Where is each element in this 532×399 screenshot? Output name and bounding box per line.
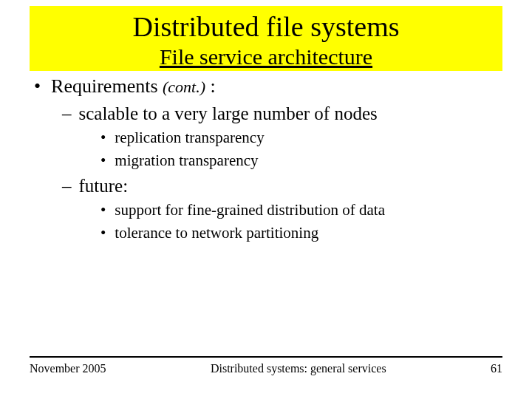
b3-text: migration transparency — [115, 151, 258, 170]
footer-row: November 2005 Distributed systems: gener… — [30, 362, 502, 375]
footer-divider — [30, 356, 502, 358]
bullet-dot-icon: • — [100, 224, 106, 242]
content-area: • Requirements (cont.) : – scalable to a… — [0, 71, 532, 242]
slide: Distributed file systems File service ar… — [0, 6, 532, 399]
b1-label: Requirements — [51, 75, 157, 97]
dash-icon: – — [62, 103, 72, 124]
b3-text: tolerance to network partitioning — [115, 224, 318, 242]
b2-text: scalable to a very large number of nodes — [79, 103, 378, 124]
bullet-level3: • migration transparency — [100, 151, 502, 170]
bullet-level2: – scalable to a very large number of nod… — [62, 103, 502, 124]
bullet-level2: – future: — [62, 176, 502, 197]
footer-center: Distributed systems: general services — [106, 362, 491, 375]
footer-page: 61 — [491, 362, 502, 375]
footer-date: November 2005 — [30, 362, 106, 375]
bullet-dot-icon: • — [34, 75, 41, 98]
b1-note: (cont.) — [163, 78, 205, 96]
bullet-dot-icon: • — [100, 151, 106, 170]
footer: November 2005 Distributed systems: gener… — [30, 356, 502, 375]
bullet-dot-icon: • — [100, 129, 106, 147]
bullet-level3: • support for fine-grained distribution … — [100, 201, 502, 219]
b1-colon: : — [205, 75, 216, 97]
b3-text: replication transparency — [115, 129, 264, 147]
b1-text: Requirements (cont.) : — [51, 75, 216, 98]
b2-text: future: — [79, 176, 129, 197]
dash-icon: – — [62, 176, 72, 197]
title-block: Distributed file systems File service ar… — [30, 6, 502, 71]
slide-title: Distributed file systems — [30, 10, 502, 43]
bullet-level3: • replication transparency — [100, 129, 502, 147]
b3-text: support for fine-grained distribution of… — [115, 201, 385, 219]
bullet-level1: • Requirements (cont.) : — [34, 75, 502, 98]
slide-subtitle: File service architecture — [30, 44, 502, 69]
bullet-level3: • tolerance to network partitioning — [100, 224, 502, 242]
bullet-dot-icon: • — [100, 201, 106, 219]
